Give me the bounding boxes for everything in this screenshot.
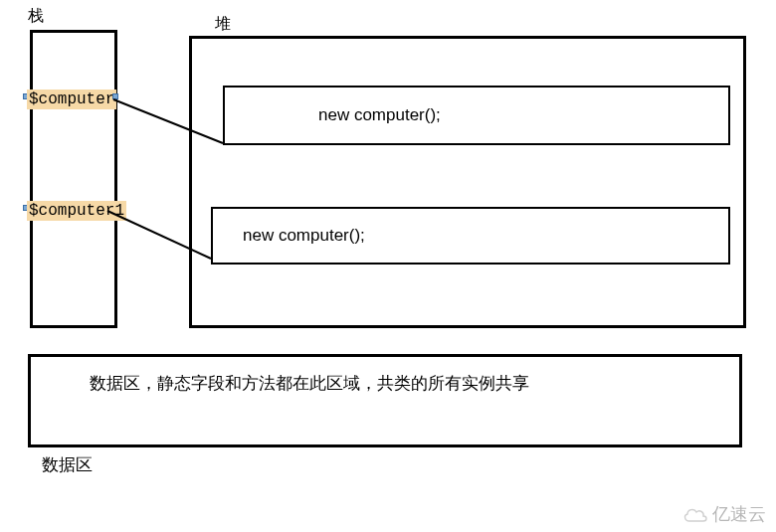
watermark-text: 亿速云 (712, 502, 766, 526)
svg-line-1 (107, 211, 211, 259)
watermark: 亿速云 (682, 502, 766, 526)
cloud-icon (682, 505, 708, 523)
connector-lines (0, 0, 776, 398)
data-area-label: 数据区 (42, 453, 93, 476)
svg-line-0 (113, 99, 223, 143)
data-area-description: 数据区，静态字段和方法都在此区域，共类的所有实例共享 (90, 368, 547, 400)
